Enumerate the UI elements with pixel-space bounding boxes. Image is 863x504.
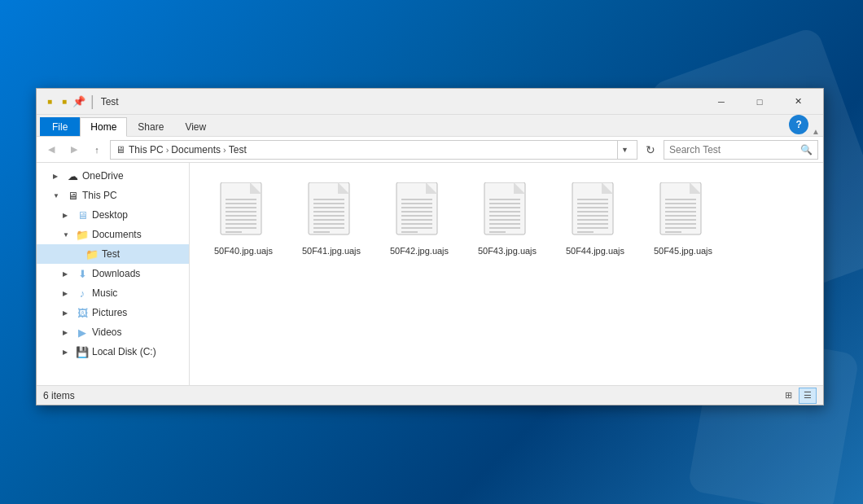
tab-file[interactable]: File (40, 117, 80, 136)
path-sep-2: › (223, 145, 226, 155)
localdisk-icon: 💾 (76, 346, 89, 358)
address-dropdown[interactable]: ▼ (617, 140, 632, 160)
minimize-button[interactable]: ─ (703, 89, 740, 115)
svg-rect-20 (313, 227, 344, 229)
file-item-f0[interactable]: 50F40.jpg.uajs (203, 176, 284, 261)
svg-rect-40 (489, 219, 520, 221)
tab-home[interactable]: Home (80, 117, 127, 137)
up-button[interactable]: ↑ (87, 140, 107, 160)
search-icon[interactable]: 🔍 (800, 144, 813, 156)
path-sep-1: › (166, 145, 169, 155)
close-button[interactable]: ✕ (779, 89, 817, 115)
search-input[interactable] (669, 144, 800, 156)
tab-share[interactable]: Share (127, 117, 174, 136)
svg-rect-16 (313, 211, 344, 213)
tab-view[interactable]: View (174, 117, 217, 136)
svg-rect-19 (313, 223, 344, 225)
svg-rect-50 (577, 215, 608, 217)
file-icon-svg-f1 (305, 182, 357, 244)
address-path[interactable]: 🖥 This PC › Documents › Test ▼ (110, 140, 637, 160)
sidebar-item-test[interactable]: 📁 Test (37, 244, 189, 264)
file-item-f3[interactable]: 50F43.jpg.uajs (467, 176, 548, 261)
sidebar-item-music[interactable]: ▶ ♪ Music (37, 283, 189, 303)
ribbon-tabs: File Home Share View ? ▲ (37, 115, 823, 136)
back-button[interactable]: ◀ (42, 140, 61, 160)
file-icon-f4 (566, 181, 624, 246)
ribbon: File Home Share View ? ▲ (37, 115, 823, 137)
svg-rect-46 (577, 199, 608, 200)
refresh-button[interactable]: ↻ (641, 140, 660, 160)
sidebar-item-pictures[interactable]: ▶ 🖼 Pictures (37, 303, 189, 322)
path-root: 🖥 (116, 144, 125, 156)
title-bar-icons: ■ ■ 📌 | (43, 93, 94, 110)
svg-rect-63 (665, 223, 696, 225)
window-icon-2: ■ (58, 95, 71, 108)
sidebar-item-onedrive[interactable]: ▶ ☁ OneDrive (37, 166, 189, 186)
view-buttons: ⊞ ☰ (779, 388, 817, 404)
help-button[interactable]: ? (789, 115, 808, 134)
sidebar-item-desktop[interactable]: ▶ 🖥 Desktop (37, 205, 189, 225)
forward-button[interactable]: ▶ (64, 140, 84, 160)
sidebar-item-localdisk[interactable]: ▶ 💾 Local Disk (C:) (37, 342, 189, 362)
maximize-button[interactable]: □ (741, 89, 778, 115)
expand-icon-onedrive: ▶ (53, 173, 63, 180)
file-item-f4[interactable]: 50F44.jpg.uajs (554, 176, 636, 261)
svg-rect-31 (401, 227, 432, 229)
svg-rect-64 (665, 227, 696, 229)
sidebar-label-downloads: Downloads (92, 268, 140, 279)
sidebar-item-downloads[interactable]: ▶ ⬇ Downloads (37, 264, 189, 283)
path-segment-documents[interactable]: Documents (171, 144, 221, 156)
expand-icon-music: ▶ (63, 290, 72, 297)
file-icon-f1 (302, 181, 361, 246)
svg-rect-25 (401, 203, 432, 204)
svg-rect-7 (226, 219, 256, 221)
quick-access-pin[interactable]: 📌 (72, 95, 85, 108)
svg-rect-57 (665, 199, 696, 200)
sidebar-item-thispc[interactable]: ▼ 🖥 This PC (37, 186, 189, 205)
svg-rect-52 (577, 223, 608, 225)
svg-rect-43 (489, 231, 506, 233)
expand-icon-thispc: ▼ (53, 192, 63, 199)
sidebar-label-onedrive: OneDrive (82, 170, 124, 182)
videos-icon: ▶ (76, 327, 89, 339)
file-item-f2[interactable]: 50F42.jpg.uajs (379, 176, 460, 261)
ribbon-collapse[interactable]: ▲ (812, 127, 823, 136)
file-item-f1[interactable]: 50F41.jpg.uajs (291, 176, 372, 261)
svg-rect-17 (313, 215, 344, 217)
svg-rect-9 (226, 227, 256, 229)
svg-rect-51 (577, 219, 608, 221)
file-item-f5[interactable]: 50F45.jpg.uajs (642, 176, 724, 261)
desktop-icon: 🖥 (76, 209, 89, 221)
file-name-f1: 50F41.jpg.uajs (302, 246, 361, 256)
svg-rect-15 (313, 207, 344, 208)
svg-rect-48 (577, 207, 608, 208)
svg-rect-36 (489, 203, 520, 204)
sidebar-item-videos[interactable]: ▶ ▶ Videos (37, 322, 189, 342)
path-segment-thispc[interactable]: This PC (129, 144, 164, 156)
file-icon-f3 (478, 181, 537, 246)
sidebar-label-desktop: Desktop (92, 209, 128, 221)
title-separator: | (90, 93, 94, 110)
details-view-button[interactable]: ⊞ (779, 388, 797, 404)
expand-icon-documents: ▼ (63, 231, 72, 239)
path-segment-test[interactable]: Test (229, 144, 247, 156)
expand-icon-videos: ▶ (63, 329, 72, 336)
pictures-icon: 🖼 (76, 307, 89, 319)
file-icon-svg-f4 (569, 182, 621, 244)
main-area: ▶ ☁ OneDrive ▼ 🖥 This PC ▶ 🖥 Desktop ▼ 📁… (37, 163, 823, 385)
svg-rect-3 (226, 203, 256, 204)
svg-rect-24 (401, 199, 432, 200)
svg-rect-32 (401, 231, 418, 233)
large-icons-view-button[interactable]: ☰ (799, 388, 817, 404)
search-box[interactable]: 🔍 (664, 140, 818, 160)
explorer-window: ■ ■ 📌 | Test ─ □ ✕ File Home Share View … (36, 88, 824, 405)
item-count: 6 items (43, 390, 75, 401)
svg-rect-30 (401, 223, 432, 225)
sidebar-label-thispc: This PC (82, 190, 117, 201)
documents-icon: 📁 (76, 229, 89, 241)
svg-rect-2 (226, 199, 256, 200)
file-icon-svg-f2 (393, 182, 445, 244)
svg-rect-42 (489, 227, 520, 229)
sidebar-item-documents[interactable]: ▼ 📁 Documents (37, 225, 189, 244)
svg-rect-4 (226, 207, 256, 208)
